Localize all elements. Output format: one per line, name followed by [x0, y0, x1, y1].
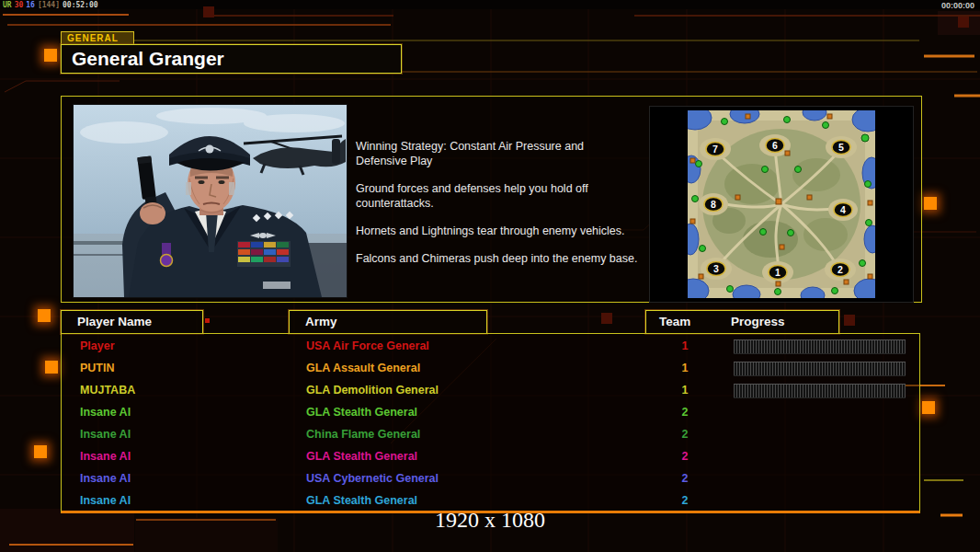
roster-row: MUJTABAGLA Demolition General1 — [62, 380, 919, 402]
accent-square — [44, 49, 57, 62]
player-team: 2 — [674, 494, 696, 507]
player-army: GLA Stealth General — [306, 494, 417, 507]
column-header-player: Player Name — [61, 310, 203, 334]
player-team: 1 — [674, 339, 696, 352]
roster-row: Insane AIGLA Stealth General2 — [62, 446, 919, 468]
player-army: GLA Assault General — [306, 362, 420, 374]
start-position-number: 1 — [775, 267, 781, 278]
debug-segment: 00:52:00 — [63, 1, 98, 9]
dim-square — [844, 315, 855, 326]
minimap: 12345678 — [688, 110, 875, 298]
roster-row: PlayerUSA Air Force General1 — [62, 336, 919, 358]
player-army: China Flame General — [306, 428, 420, 441]
start-position-number: 6 — [772, 140, 778, 151]
start-position-number: 4 — [840, 204, 846, 215]
player-team: 2 — [674, 472, 696, 485]
general-tab: GENERAL — [61, 31, 134, 45]
load-progress-bar — [734, 362, 906, 376]
accent-square — [38, 309, 51, 322]
ribbon-rack — [237, 241, 291, 267]
player-army: GLA Stealth General — [306, 406, 417, 419]
column-header-label: Progress — [731, 311, 785, 333]
start-position-number: 7 — [712, 144, 718, 155]
accent-square — [45, 361, 58, 374]
dim-square — [203, 6, 214, 17]
player-army: GLA Demolition General — [306, 384, 439, 397]
player-name: Player — [80, 339, 115, 352]
name-tag — [263, 282, 291, 289]
player-army: USA Air Force General — [306, 339, 429, 352]
player-roster-panel: PlayerUSA Air Force General1PUTINGLA Ass… — [61, 333, 920, 513]
debug-segment: 30 — [15, 1, 24, 9]
minimap-box: 12345678 — [649, 106, 914, 303]
player-army: GLA Stealth General — [306, 450, 417, 463]
roster-row: Insane AIChina Flame General2 — [62, 424, 919, 446]
player-team: 2 — [674, 450, 696, 463]
accent-square — [922, 401, 935, 414]
player-team: 1 — [674, 362, 696, 374]
player-team: 2 — [674, 428, 696, 441]
purple-heart-medal — [161, 243, 173, 267]
debug-segment: UR — [3, 1, 12, 9]
accent-square — [34, 445, 47, 458]
player-army: USA Cybernetic General — [306, 472, 439, 485]
start-position-number: 2 — [838, 264, 843, 275]
player-name: Insane AI — [80, 494, 131, 507]
roster-row: Insane AIUSA Cybernetic General2 — [62, 468, 919, 490]
player-team: 2 — [674, 406, 696, 419]
loading-screen: UR3016[144]00:52:00 00:00:00 GENERAL Gen… — [0, 0, 980, 552]
strategy-paragraph: Falcons and Chimeras push deep into the … — [356, 251, 643, 266]
column-header-army: Army — [289, 310, 487, 334]
column-header-label: Army — [290, 311, 337, 333]
strategy-paragraph: Ground forces and defenses help you hold… — [356, 181, 643, 211]
dim-square — [205, 318, 210, 323]
column-header-label: Team — [659, 311, 690, 333]
load-progress-bar — [734, 339, 906, 354]
column-header-label: Player Name — [62, 311, 152, 333]
roster-row: PUTINGLA Assault General1 — [62, 358, 919, 380]
roster-row: Insane AIGLA Stealth General2 — [62, 402, 919, 424]
roster-rows: PlayerUSA Air Force General1PUTINGLA Ass… — [62, 334, 919, 512]
player-name: Insane AI — [80, 428, 131, 441]
debug-segment: 16 — [26, 1, 35, 9]
player-name: Insane AI — [80, 406, 131, 419]
match-timer: 00:00:00 — [941, 1, 974, 10]
start-position-number: 8 — [711, 199, 716, 210]
strategy-paragraph: Winning Strategy: Constant Air Pressure … — [356, 139, 643, 168]
strategy-text: Winning Strategy: Constant Air Pressure … — [356, 139, 643, 279]
resolution-label: 1920 x 1080 — [0, 508, 980, 533]
column-header-team-progress: Team Progress — [645, 310, 839, 334]
debug-segment: [144] — [38, 1, 60, 9]
load-progress-bar — [734, 384, 906, 398]
dim-square — [601, 313, 612, 324]
player-name: PUTIN — [80, 362, 115, 374]
general-portrait — [73, 104, 348, 298]
player-name: Insane AI — [80, 472, 131, 485]
general-title-box: General Granger — [61, 44, 402, 74]
accent-square — [924, 197, 937, 210]
player-name: Insane AI — [80, 450, 131, 463]
player-team: 1 — [674, 384, 696, 397]
general-name: General Granger — [62, 45, 401, 70]
start-position-number: 3 — [713, 263, 719, 274]
start-position-number: 5 — [838, 142, 844, 153]
strategy-paragraph: Hornets and Lightnings tear through enem… — [356, 224, 643, 238]
dim-square — [958, 17, 969, 28]
briefing-panel: Winning Strategy: Constant Air Pressure … — [61, 96, 922, 303]
player-name: MUJTABA — [80, 384, 135, 397]
debug-overlay: UR3016[144]00:52:00 — [3, 1, 101, 9]
